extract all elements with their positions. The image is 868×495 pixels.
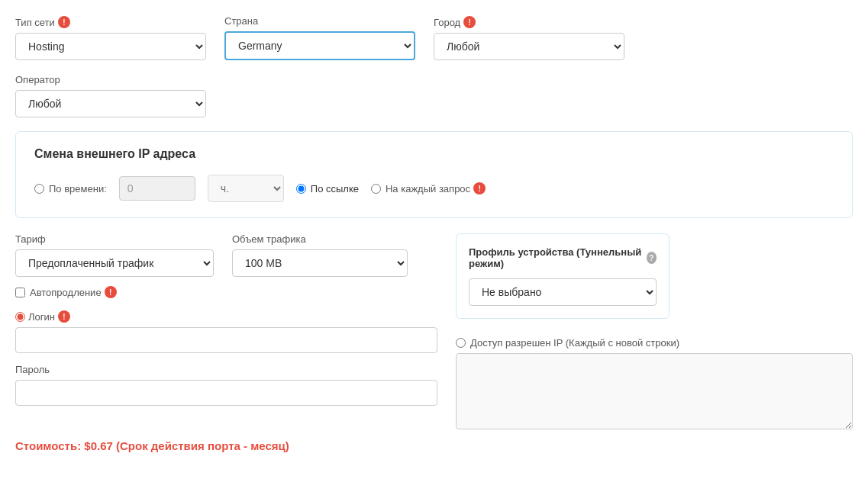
hours-select[interactable]: ч. мин. дн. [208, 175, 284, 202]
time-input[interactable] [119, 176, 195, 201]
device-profile-panel: Профиль устройства (Туннельный режим) ? … [456, 233, 670, 319]
password-input[interactable] [15, 380, 437, 406]
operator-row: Оператор Любой Telekom Vodafone O2 [15, 74, 853, 117]
access-ip-label-row: Доступ разрешен IP (Каждый с новой строк… [456, 337, 853, 349]
operator-select[interactable]: Любой Telekom Vodafone O2 [15, 90, 206, 117]
network-type-label: Тип сети ! [15, 16, 206, 28]
device-profile-info-icon[interactable]: ? [647, 252, 657, 264]
country-group: Страна Germany USA France Netherlands UK [224, 15, 415, 60]
autoprolongation-info-icon[interactable]: ! [105, 286, 117, 298]
login-text: Логин [28, 311, 55, 323]
cost-text: Стоимость: $0.67 (Срок действия порта - … [15, 439, 853, 452]
login-label-row: Логин ! [15, 310, 437, 323]
tariff-group: Тариф Предоплаченный трафик Безлимитный … [15, 233, 214, 277]
on-each-request-info-icon[interactable]: ! [473, 182, 486, 194]
login-info-icon[interactable]: ! [58, 310, 70, 323]
autoprolongation-checkbox[interactable] [15, 288, 25, 297]
password-label: Пароль [15, 364, 437, 375]
network-type-text: Тип сети [15, 17, 55, 28]
autoprolongation-group: Автопродление ! [15, 286, 437, 298]
top-row: Тип сети ! Hosting Datacenter ISP Reside… [15, 15, 853, 60]
city-text: Город [434, 17, 460, 28]
network-type-select[interactable]: Hosting Datacenter ISP Residential [15, 33, 206, 60]
by-time-radio-group: По времени: [34, 183, 107, 194]
lower-section: Тариф Предоплаченный трафик Безлимитный … [15, 233, 853, 432]
ip-change-title: Смена внешнего IP адреса [34, 147, 834, 161]
form-section: Тип сети ! Hosting Datacenter ISP Reside… [15, 15, 853, 452]
tariff-traffic-row: Тариф Предоплаченный трафик Безлимитный … [15, 233, 437, 277]
city-label: Город ! [434, 16, 624, 28]
traffic-label: Объем трафика [232, 233, 408, 245]
network-type-group: Тип сети ! Hosting Datacenter ISP Reside… [15, 16, 206, 60]
network-type-info-icon[interactable]: ! [58, 16, 70, 28]
on-each-request-label: На каждый запрос ! [386, 182, 486, 194]
left-panel: Тариф Предоплаченный трафик Безлимитный … [15, 233, 437, 432]
access-ip-radio[interactable] [456, 338, 466, 348]
password-section: Пароль [15, 364, 437, 406]
ip-change-row: По времени: ч. мин. дн. По ссылке На [34, 175, 834, 202]
city-select[interactable]: Любой Berlin Munich Frankfurt [434, 33, 624, 60]
country-label: Страна [224, 15, 415, 27]
by-link-radio-group: По ссылке [296, 183, 359, 194]
city-info-icon[interactable]: ! [463, 16, 476, 28]
tariff-select[interactable]: Предоплаченный трафик Безлимитный Ротаци… [15, 249, 214, 277]
on-each-request-radio-group: На каждый запрос ! [371, 182, 486, 194]
tariff-label: Тариф [15, 233, 214, 245]
operator-label: Оператор [15, 74, 206, 85]
by-time-label: По времени: [49, 183, 107, 194]
login-section: Логин ! [15, 310, 437, 353]
traffic-group: Объем трафика 100 MB 500 MB 1 GB 5 GB 10… [232, 233, 408, 277]
login-input[interactable] [15, 327, 437, 353]
country-select[interactable]: Germany USA France Netherlands UK [224, 31, 415, 60]
login-radio-group [15, 312, 25, 322]
access-ip-textarea[interactable] [456, 353, 853, 429]
by-link-radio[interactable] [296, 184, 306, 194]
operator-text: Оператор [15, 74, 60, 85]
by-link-label: По ссылке [311, 183, 359, 194]
access-ip-section: Доступ разрешен IP (Каждый с новой строк… [456, 337, 853, 432]
ip-change-section: Смена внешнего IP адреса По времени: ч. … [15, 131, 853, 218]
by-time-radio[interactable] [34, 184, 44, 194]
traffic-select[interactable]: 100 MB 500 MB 1 GB 5 GB 10 GB [232, 249, 408, 277]
operator-group: Оператор Любой Telekom Vodafone O2 [15, 74, 206, 117]
country-text: Страна [224, 15, 258, 27]
access-ip-text: Доступ разрешен IP (Каждый с новой строк… [470, 337, 679, 349]
device-profile-title: Профиль устройства (Туннельный режим) ? [469, 246, 657, 269]
autoprolongation-label: Автопродление ! [30, 286, 117, 298]
city-group: Город ! Любой Berlin Munich Frankfurt [434, 16, 624, 60]
on-each-request-radio[interactable] [371, 184, 381, 194]
login-radio[interactable] [15, 312, 25, 322]
device-profile-select[interactable]: Не выбрано Windows Android iOS Linux [469, 278, 657, 306]
right-column: Профиль устройства (Туннельный режим) ? … [456, 233, 853, 432]
